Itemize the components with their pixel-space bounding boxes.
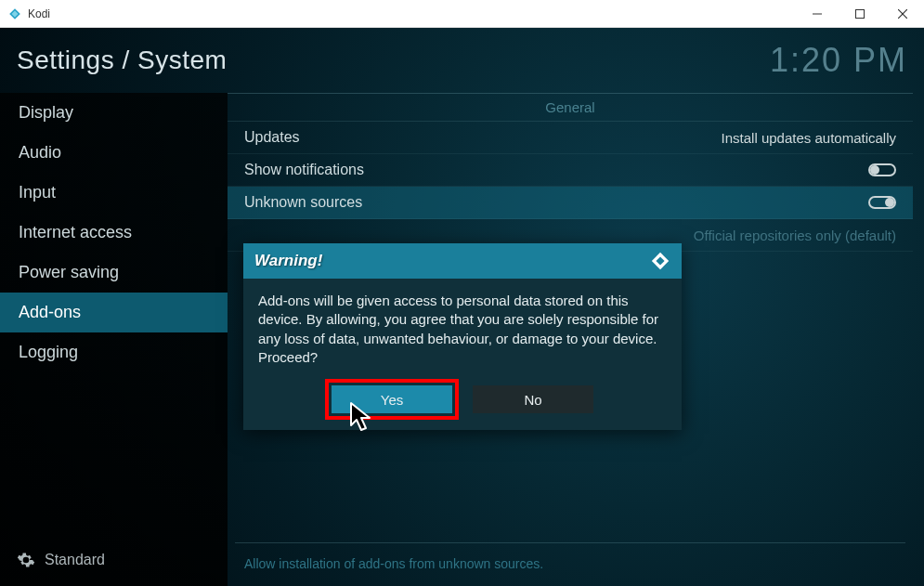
sidebar: Display Audio Input Internet access Powe…: [0, 93, 228, 586]
window-titlebar: Kodi: [0, 0, 924, 28]
sidebar-item-display[interactable]: Display: [0, 93, 228, 133]
header: Settings / System 1:20 PM: [0, 28, 924, 93]
clock: 1:20 PM: [770, 41, 907, 80]
row-updates[interactable]: Updates Install updates automatically: [228, 122, 913, 154]
svg-rect-1: [856, 9, 865, 18]
no-button[interactable]: No: [473, 385, 593, 413]
sidebar-item-label: Display: [19, 103, 73, 123]
button-label: No: [524, 392, 541, 408]
sidebar-item-label: Add-ons: [19, 303, 81, 322]
toggle-notifications[interactable]: [868, 163, 896, 176]
maximize-button[interactable]: [839, 0, 881, 28]
kodi-icon: [650, 251, 670, 271]
yes-button[interactable]: Yes: [332, 385, 452, 413]
close-button[interactable]: [881, 0, 924, 28]
dialog-buttons: Yes No: [243, 376, 682, 430]
sidebar-item-label: Input: [19, 183, 56, 202]
sidebar-item-input[interactable]: Input: [0, 173, 228, 213]
row-label: Updates: [244, 129, 300, 146]
row-value: Install updates automatically: [722, 130, 896, 146]
sidebar-item-label: Logging: [19, 343, 78, 362]
gear-icon: [17, 551, 35, 569]
row-label: Unknown sources: [244, 194, 362, 211]
row-show-notifications[interactable]: Show notifications: [228, 154, 913, 187]
sidebar-item-label: Audio: [19, 143, 61, 163]
sidebar-item-label: Internet access: [19, 223, 132, 242]
sidebar-item-logging[interactable]: Logging: [0, 332, 228, 372]
section-header: General: [228, 94, 913, 122]
footer-hint: Allow installation of add-ons from unkno…: [244, 556, 543, 571]
dialog-title: Warning!: [254, 252, 322, 270]
row-label: Show notifications: [244, 162, 364, 178]
app-body: Settings / System 1:20 PM Display Audio …: [0, 28, 924, 586]
breadcrumb: Settings / System: [17, 46, 227, 75]
button-label: Yes: [381, 392, 403, 408]
sidebar-item-audio[interactable]: Audio: [0, 133, 228, 173]
window-title: Kodi: [28, 7, 796, 20]
sidebar-item-add-ons[interactable]: Add-ons: [0, 293, 228, 332]
minimize-button[interactable]: [796, 0, 839, 28]
divider: [235, 542, 905, 543]
dialog-header: Warning!: [243, 243, 682, 279]
warning-dialog: Warning! Add-ons will be given access to…: [243, 243, 682, 430]
row-value: Official repositories only (default): [694, 228, 896, 243]
sidebar-item-power-saving[interactable]: Power saving: [0, 253, 228, 293]
row-unknown-sources[interactable]: Unknown sources: [228, 187, 913, 219]
dialog-body: Add-ons will be given access to personal…: [243, 279, 682, 376]
toggle-unknown-sources[interactable]: [868, 196, 896, 209]
kodi-icon: [7, 7, 22, 21]
settings-level-label: Standard: [45, 552, 105, 568]
settings-level[interactable]: Standard: [0, 551, 228, 569]
sidebar-item-label: Power saving: [19, 263, 119, 282]
sidebar-item-internet-access[interactable]: Internet access: [0, 213, 228, 253]
